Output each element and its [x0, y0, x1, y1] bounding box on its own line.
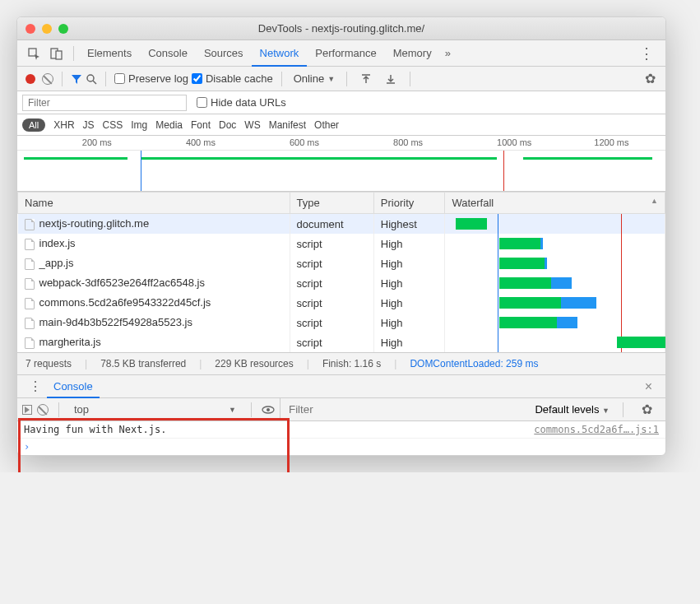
type-js[interactable]: JS	[83, 119, 95, 131]
request-type: script	[290, 313, 373, 332]
tab-network[interactable]: Network	[252, 40, 308, 67]
type-font[interactable]: Font	[191, 119, 211, 131]
type-ws[interactable]: WS	[244, 119, 260, 131]
download-har-icon[interactable]	[380, 70, 401, 88]
request-priority: High	[373, 332, 445, 352]
request-priority: High	[373, 253, 445, 273]
type-doc[interactable]: Doc	[219, 119, 236, 131]
type-other[interactable]: Other	[314, 119, 339, 131]
summary-dcl: DOMContentLoaded: 259 ms	[410, 358, 538, 369]
overview-timeline[interactable]	[17, 151, 665, 192]
col-type[interactable]: Type	[290, 193, 373, 214]
window-title: DevTools - nextjs-routing.glitch.me/	[17, 22, 665, 35]
request-waterfall	[445, 234, 665, 253]
request-waterfall	[445, 273, 665, 293]
titlebar: DevTools - nextjs-routing.glitch.me/	[17, 17, 665, 40]
search-icon[interactable]	[86, 73, 97, 85]
filter-toggle-icon[interactable]	[71, 73, 82, 85]
drawer-close-icon[interactable]: ×	[638, 379, 659, 394]
tab-elements[interactable]: Elements	[79, 40, 140, 67]
console-log-line[interactable]: Having fun with Next.js. commons.5cd2a6f…	[17, 421, 665, 439]
console-prompt[interactable]: ›	[17, 439, 665, 455]
console-toolbar: top▼ Default levels ▼ ✿	[17, 398, 665, 421]
prompt-chevron-icon: ›	[24, 441, 30, 453]
tab-console[interactable]: Console	[140, 40, 196, 67]
table-row[interactable]: margherita.js script High	[18, 332, 665, 352]
disable-cache-label: Disable cache	[206, 72, 273, 85]
request-name: webpack-3df6523e264ff2ac6548.js	[39, 276, 205, 289]
request-waterfall	[445, 214, 665, 235]
summary-resources: 229 KB resources	[215, 358, 293, 369]
devtools-window: DevTools - nextjs-routing.glitch.me/ Ele…	[16, 16, 666, 456]
tab-memory[interactable]: Memory	[385, 40, 440, 67]
file-icon	[25, 219, 35, 230]
log-levels-select[interactable]: Default levels ▼	[535, 403, 610, 416]
filter-input[interactable]	[22, 95, 187, 111]
request-type: script	[290, 273, 373, 293]
table-row[interactable]: webpack-3df6523e264ff2ac6548.js script H…	[18, 273, 665, 293]
request-priority: High	[373, 293, 445, 313]
table-row[interactable]: main-9d4b3b522f54928a5523.js script High	[18, 313, 665, 332]
tab-sources[interactable]: Sources	[196, 40, 252, 67]
request-waterfall	[445, 293, 665, 313]
network-settings-icon[interactable]: ✿	[640, 71, 661, 86]
drawer-header: ⋮ Console ×	[17, 375, 665, 398]
table-row[interactable]: _app.js script High	[18, 253, 665, 273]
request-name: index.js	[39, 237, 76, 249]
throttling-select[interactable]: Online ▼	[290, 72, 339, 85]
clear-icon[interactable]	[42, 73, 53, 85]
console-input[interactable]	[33, 441, 659, 453]
settings-kebab-icon[interactable]: ⋮	[633, 44, 661, 63]
more-tabs-icon[interactable]: »	[440, 44, 456, 63]
disable-cache-checkbox[interactable]: Disable cache	[192, 72, 273, 85]
console-context-select[interactable]: top▼	[69, 403, 241, 416]
type-xhr[interactable]: XHR	[53, 119, 74, 131]
request-name: main-9d4b3b522f54928a5523.js	[39, 316, 193, 328]
file-icon	[25, 258, 35, 270]
request-waterfall	[445, 253, 665, 273]
console-clear-icon[interactable]	[37, 404, 49, 416]
tab-performance[interactable]: Performance	[307, 40, 384, 67]
timeline-ruler: 200 ms 400 ms 600 ms 800 ms 1000 ms 1200…	[17, 136, 665, 151]
drawer-kebab-icon[interactable]: ⋮	[24, 379, 47, 394]
col-priority[interactable]: Priority	[373, 193, 445, 214]
request-name: commons.5cd2a6fe9543322d45cf.js	[39, 296, 211, 309]
console-body: Having fun with Next.js. commons.5cd2a6f…	[17, 421, 665, 455]
console-message: Having fun with Next.js.	[24, 424, 534, 435]
summary-finish: Finish: 1.16 s	[322, 358, 381, 369]
request-priority: High	[373, 234, 445, 253]
request-name: _app.js	[39, 257, 74, 269]
type-css[interactable]: CSS	[103, 119, 123, 131]
type-manifest[interactable]: Manifest	[269, 119, 306, 131]
request-type: document	[290, 214, 373, 235]
console-settings-icon[interactable]: ✿	[637, 402, 657, 417]
request-waterfall	[445, 313, 665, 332]
console-filter-input[interactable]	[289, 403, 428, 416]
request-name: margherita.js	[39, 336, 101, 348]
preserve-log-checkbox[interactable]: Preserve log	[114, 72, 188, 85]
record-icon[interactable]	[25, 74, 35, 84]
hide-data-urls-checkbox[interactable]: Hide data URLs	[197, 96, 286, 109]
type-img[interactable]: Img	[131, 119, 147, 131]
inspect-icon[interactable]	[22, 44, 45, 63]
network-toolbar: Preserve log Disable cache Online ▼ ✿	[17, 67, 665, 91]
type-filter-row: All XHR JS CSS Img Media Font Doc WS Man…	[17, 114, 665, 136]
console-source-link[interactable]: commons.5cd2a6f….js:1	[534, 424, 659, 435]
live-expression-icon[interactable]	[262, 405, 275, 415]
request-type: script	[290, 332, 373, 352]
upload-har-icon[interactable]	[355, 70, 377, 88]
drawer-tab-console[interactable]: Console	[47, 375, 100, 398]
type-media[interactable]: Media	[155, 119, 183, 131]
col-name[interactable]: Name	[18, 193, 290, 214]
type-all[interactable]: All	[22, 118, 45, 132]
table-row[interactable]: commons.5cd2a6fe9543322d45cf.js script H…	[18, 293, 665, 313]
svg-rect-2	[56, 51, 62, 59]
device-toggle-icon[interactable]	[45, 44, 68, 63]
file-icon	[25, 318, 35, 329]
network-summary: 7 requests | 78.5 KB transferred | 229 K…	[17, 352, 665, 375]
table-row[interactable]: index.js script High	[18, 234, 665, 253]
svg-line-4	[93, 81, 96, 84]
table-row[interactable]: nextjs-routing.glitch.me document Highes…	[18, 214, 665, 235]
console-sidebar-toggle-icon[interactable]	[22, 405, 32, 415]
col-waterfall[interactable]: Waterfall▲	[445, 193, 665, 214]
